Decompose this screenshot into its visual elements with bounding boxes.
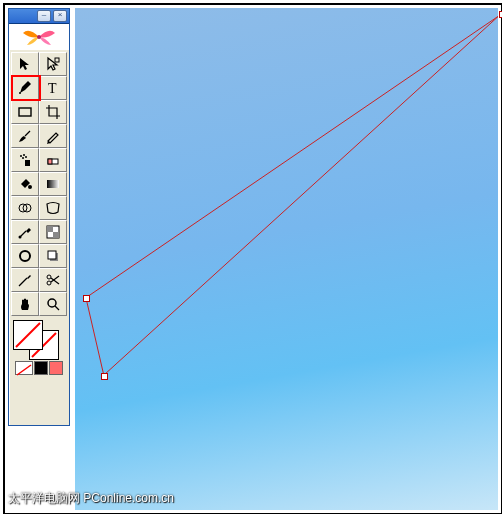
black-fill[interactable] [34, 361, 48, 375]
spray-tool[interactable] [11, 148, 39, 172]
svg-rect-19 [53, 232, 59, 238]
canvas-area[interactable] [75, 8, 498, 510]
selected-tool-highlight [11, 75, 41, 101]
gradient-tool[interactable] [39, 172, 67, 196]
front-color-swatch[interactable] [13, 320, 43, 350]
pointer-tool[interactable] [11, 52, 39, 76]
svg-point-16 [19, 236, 22, 239]
svg-rect-9 [25, 160, 30, 166]
toolbox-titlebar[interactable]: – × [9, 9, 69, 24]
vector-path [75, 8, 498, 510]
shadow-tool[interactable] [39, 244, 67, 268]
dropper-tool[interactable] [11, 220, 39, 244]
zoom-tool[interactable] [39, 292, 67, 316]
svg-rect-1 [55, 58, 59, 62]
rectangle-tool[interactable] [11, 100, 39, 124]
svg-text:T: T [48, 81, 57, 96]
eraser-tool[interactable] [39, 148, 67, 172]
svg-point-23 [47, 275, 51, 279]
path-node[interactable] [83, 295, 90, 302]
no-fill[interactable] [15, 361, 33, 375]
color-swatch-area [9, 318, 69, 378]
toolbox-panel: – × T [8, 8, 70, 426]
transparency-tool[interactable] [39, 220, 67, 244]
svg-rect-11 [48, 159, 52, 164]
blend-tool[interactable] [11, 196, 39, 220]
toolbox-header-image [9, 24, 69, 50]
svg-point-0 [37, 35, 41, 39]
svg-point-7 [22, 157, 24, 159]
svg-rect-22 [48, 251, 56, 259]
close-button[interactable]: × [53, 10, 67, 22]
svg-point-6 [23, 154, 25, 156]
minimize-button[interactable]: – [37, 10, 51, 22]
svg-point-5 [20, 155, 22, 157]
outline-tool[interactable] [11, 244, 39, 268]
svg-line-27 [16, 323, 40, 347]
scissors-tool[interactable] [39, 268, 67, 292]
distort-tool[interactable] [39, 196, 67, 220]
svg-rect-18 [47, 226, 53, 232]
crop-tool[interactable] [39, 100, 67, 124]
svg-point-8 [25, 156, 27, 158]
brush-tool[interactable] [11, 124, 39, 148]
hand-tool[interactable] [11, 292, 39, 316]
flower-icon [19, 27, 59, 47]
svg-point-25 [48, 299, 56, 307]
svg-point-12 [28, 185, 32, 189]
svg-rect-13 [47, 180, 59, 188]
knife-tool[interactable] [11, 268, 39, 292]
svg-point-20 [20, 251, 30, 261]
text-tool[interactable]: T [39, 76, 67, 100]
watermark-text: 太平洋电脑网 PConline.com.cn [8, 490, 174, 507]
fill-tool[interactable] [11, 172, 39, 196]
path-node[interactable] [101, 373, 108, 380]
svg-line-28 [17, 365, 31, 375]
svg-point-24 [47, 281, 51, 285]
shape-pointer-tool[interactable] [39, 52, 67, 76]
pencil-tool[interactable] [39, 124, 67, 148]
svg-rect-4 [19, 108, 31, 116]
accent-fill[interactable] [49, 361, 63, 375]
